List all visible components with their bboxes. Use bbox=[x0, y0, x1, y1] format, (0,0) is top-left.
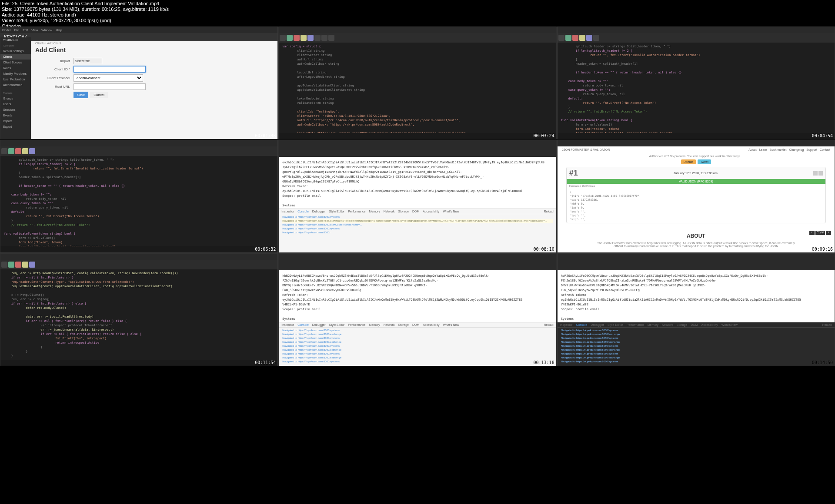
mac-menubar: FinderFileEditViewWindowHelp bbox=[0, 27, 277, 33]
tab-memory[interactable]: Memory bbox=[369, 210, 380, 213]
keycloak-sidebar: TestRealm Configure Realm Settings Clien… bbox=[0, 37, 31, 139]
nav-learn[interactable]: Learn bbox=[759, 148, 767, 151]
frame-4-editor: splitauth_header := strings.Split(header… bbox=[0, 140, 278, 253]
tab-debugger[interactable]: Debugger bbox=[312, 210, 326, 213]
tab-style-editor[interactable]: Style Editor bbox=[329, 323, 345, 326]
tab-console[interactable]: Console bbox=[297, 323, 309, 326]
json-brand: JSON FORMATTER & VALIDATOR bbox=[562, 148, 610, 151]
nav-export[interactable]: Export bbox=[0, 124, 31, 129]
protocol-select[interactable]: openid-connect bbox=[73, 74, 143, 82]
tab-debugger[interactable]: Debugger bbox=[312, 323, 326, 326]
json-result-box: #1 January 17th 2020, 11:23:09 am VALID … bbox=[566, 167, 826, 223]
nav-bookmarklet[interactable]: Bookmarklet bbox=[770, 148, 787, 151]
formatted-label: Formatted JSON Data bbox=[567, 184, 825, 188]
tab-storage[interactable]: Storage bbox=[398, 210, 409, 213]
collapse-icon[interactable] bbox=[813, 171, 818, 176]
tab-memory[interactable]: Memory bbox=[648, 323, 658, 326]
breadcrumb[interactable]: Clients › Add Client bbox=[35, 42, 273, 45]
tab-dom[interactable]: DOM bbox=[691, 323, 698, 326]
devtools-panel: Inspector Console Debugger Style Editor … bbox=[279, 322, 556, 366]
tab-accessibility[interactable]: Accessibility bbox=[701, 323, 718, 326]
about-heading: ABOUT bbox=[592, 233, 800, 239]
nav-user-federation[interactable]: User Federation bbox=[0, 76, 31, 82]
nav-client-scopes[interactable]: Client Scopes bbox=[0, 60, 31, 65]
page-title: Add Client bbox=[35, 46, 273, 53]
cancel-button[interactable]: Cancel bbox=[90, 92, 108, 98]
code-editor[interactable]: splitauth_header := strings.Split(header… bbox=[0, 156, 277, 246]
tab-console[interactable]: Console bbox=[576, 323, 587, 326]
select-file-button[interactable]: Select file bbox=[73, 58, 102, 64]
tab-debugger[interactable]: Debugger bbox=[591, 323, 604, 326]
tab-network[interactable]: Network bbox=[384, 210, 395, 213]
tab-dom[interactable]: DOM bbox=[412, 210, 419, 213]
nav-about[interactable]: About bbox=[748, 148, 756, 151]
nav-roles[interactable]: Roles bbox=[0, 65, 31, 71]
console-log: Navigated to https://rk.pr4com.com:8080/… bbox=[279, 328, 556, 365]
tab-performance[interactable]: Performance bbox=[348, 323, 365, 326]
tab-dom[interactable]: DOM bbox=[412, 323, 419, 326]
nav-users[interactable]: Users bbox=[0, 101, 31, 107]
frame-9-browser: hbR2QwSAyLiFoQBCCMpwmV8nu-uxJOqbMZ3kHdEa… bbox=[557, 253, 835, 366]
reload-button[interactable]: Reload bbox=[822, 323, 832, 326]
tab-performance[interactable]: Performance bbox=[627, 323, 644, 326]
console-log: Navigated to https://rk.pr4com.com:8080/… bbox=[279, 214, 556, 235]
tab-inspector[interactable]: Inspector bbox=[281, 323, 294, 326]
nav-events[interactable]: Events bbox=[0, 113, 31, 118]
client-id-input[interactable] bbox=[73, 66, 146, 73]
nav-import[interactable]: Import bbox=[0, 118, 31, 124]
nav-contact[interactable]: Contact bbox=[820, 148, 830, 151]
tab-accessibility[interactable]: Accessibility bbox=[423, 323, 439, 326]
frame-3-editor: splitauth_header := strings.Split(header… bbox=[557, 27, 835, 139]
nav-sessions[interactable]: Sessions bbox=[0, 107, 31, 113]
tab-network[interactable]: Network bbox=[662, 323, 673, 326]
tab-accessibility[interactable]: Accessibility bbox=[423, 210, 439, 213]
tab-style-editor[interactable]: Style Editor bbox=[608, 323, 623, 326]
code-editor[interactable]: var config = struct { clientId string cl… bbox=[279, 43, 556, 133]
devtools-tabs: Inspector Console Debugger Style Editor … bbox=[279, 209, 556, 214]
close-icon[interactable] bbox=[818, 171, 823, 176]
tab-console[interactable]: Console bbox=[297, 210, 309, 213]
tab-style-editor[interactable]: Style Editor bbox=[329, 210, 345, 213]
systems-label: Systems bbox=[561, 317, 574, 321]
mac-menubar bbox=[279, 27, 556, 33]
reload-button[interactable]: Reload bbox=[544, 323, 553, 326]
nav-identity-providers[interactable]: Identity Providers bbox=[0, 71, 31, 76]
result-number: #1 bbox=[569, 169, 578, 178]
tweet-button[interactable]: Tweet bbox=[698, 159, 711, 164]
video-metadata-header: File: 25. Create Token Authentication Cl… bbox=[0, 0, 835, 26]
reload-button[interactable]: Reload bbox=[544, 210, 553, 213]
timestamp: 00:01:38 bbox=[255, 133, 276, 138]
realm-name[interactable]: TestRealm bbox=[0, 37, 31, 43]
nav-support[interactable]: Support bbox=[806, 148, 817, 151]
tab-whatsnew[interactable]: What's New bbox=[721, 323, 738, 326]
nav-changelog[interactable]: Changelog bbox=[789, 148, 804, 151]
nav-groups[interactable]: Groups bbox=[0, 96, 31, 101]
code-editor[interactable]: req, err := http.NewRequest("POST", conf… bbox=[0, 269, 277, 360]
frame-7-editor: req, err := http.NewRequest("POST", conf… bbox=[0, 253, 278, 366]
nav-clients[interactable]: Clients bbox=[0, 54, 31, 60]
tab-inspector[interactable]: Inspector bbox=[281, 210, 294, 213]
mac-menubar bbox=[0, 140, 277, 146]
tab-network[interactable]: Network bbox=[384, 323, 395, 326]
editor-toolbar bbox=[558, 33, 835, 43]
systems-label: Systems bbox=[282, 317, 295, 321]
file-line: File: 25. Create Token Authentication Cl… bbox=[2, 1, 833, 7]
tab-storage[interactable]: Storage bbox=[677, 323, 688, 326]
tab-memory[interactable]: Memory bbox=[369, 323, 380, 326]
tab-whatsnew[interactable]: What's New bbox=[443, 323, 459, 326]
tab-performance[interactable]: Performance bbox=[348, 210, 365, 213]
tab-whatsnew[interactable]: What's New bbox=[443, 210, 459, 213]
root-url-input[interactable] bbox=[73, 83, 146, 90]
code-editor[interactable]: splitauth_header := strings.Split(header… bbox=[558, 43, 835, 133]
json-output[interactable]: { "jti": "b7ae8eb-2b06-4e2e-bc02-8436b60… bbox=[567, 188, 825, 223]
tab-storage[interactable]: Storage bbox=[398, 323, 409, 326]
save-button[interactable]: Save bbox=[73, 92, 88, 98]
nav-authentication[interactable]: Authentication bbox=[0, 82, 31, 88]
donate-button[interactable]: Donate bbox=[681, 159, 696, 164]
tab-inspector[interactable]: Inspector bbox=[560, 323, 573, 326]
frame-1-keycloak: FinderFileEditViewWindowHelp KEYCLOAK Te… bbox=[0, 27, 278, 139]
about-text: The JSON Formatter was created to help f… bbox=[592, 242, 800, 248]
nav-realm-settings[interactable]: Realm Settings bbox=[0, 48, 31, 54]
timestamp: 00:09:16 bbox=[812, 247, 833, 252]
console-log: Navigated to https://rk.pr4com.com:8080/… bbox=[558, 328, 835, 365]
